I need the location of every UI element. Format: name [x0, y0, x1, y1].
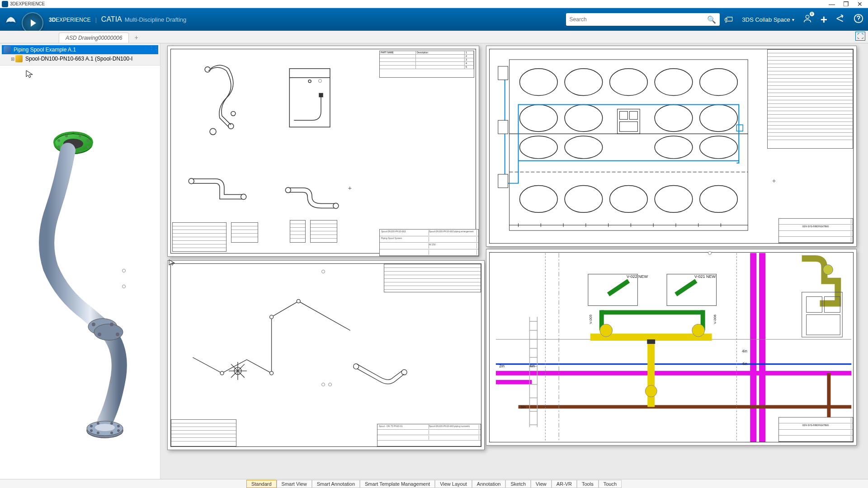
dim-4in-c: 4in [742, 361, 747, 366]
svg-point-22 [90, 425, 93, 427]
dim-4in-a: 4in [529, 364, 535, 368]
collab-space-dropdown[interactable]: 3DS Collab Space ▾ [742, 16, 794, 23]
svg-point-8 [86, 139, 89, 142]
ds-compass-icon[interactable] [5, 13, 17, 26]
document-tab[interactable]: ASD Drawing00000006 [59, 33, 129, 43]
svg-point-27 [110, 432, 113, 434]
dim-2in: 2in [499, 364, 505, 368]
user-icon[interactable]: 0 [802, 14, 812, 26]
expand-button[interactable]: ⛶ [855, 32, 865, 41]
dim-4in-b: 4in [742, 349, 747, 353]
tab-smart-view[interactable]: Smart View [277, 480, 312, 488]
svg-point-28 [97, 432, 99, 434]
svg-point-9 [86, 145, 89, 148]
tab-tools[interactable]: Tools [577, 480, 599, 488]
brand-subtitle: Multi-Discipline Drafting [125, 16, 187, 23]
bottom-toolbar: Standard Smart View Smart Annotation Sma… [0, 479, 868, 488]
drawing-sheet-2[interactable]: Spool - DN 75 PN10-01Spool-DN100-PN10-66… [167, 260, 485, 450]
add-icon[interactable]: + [821, 13, 827, 27]
title-block-1: Spool-DN100-PN10-663Spool-DN100-PN10-663… [379, 229, 479, 256]
tab-sketch[interactable]: Sketch [505, 480, 531, 488]
svg-point-18 [116, 333, 119, 336]
drawing-area[interactable]: + PART NAMEDescription1 2 3 4 5 [160, 43, 868, 479]
svg-point-6 [65, 135, 68, 137]
collab-space-label: 3DS Collab Space [742, 16, 790, 23]
v006-label: V-006 [713, 314, 717, 324]
left-panel: ⋮⋮ Piping Spool Example A.1 ⊞ Spool-DN10… [0, 43, 160, 479]
svg-point-23 [97, 422, 99, 425]
svg-point-21 [95, 424, 115, 431]
title-block-4: ODV-SYS-FIREFIGHTING [778, 417, 853, 442]
svg-point-16 [110, 323, 113, 326]
brand-3d: 3D [49, 17, 56, 23]
valve-label-2: V-021 NEW [694, 274, 716, 279]
brand-experience: EXPERIENCE [56, 17, 90, 23]
ds-logo-icon [2, 1, 8, 7]
svg-point-0 [806, 15, 809, 18]
tree: ⋮⋮ Piping Spool Example A.1 ⊞ Spool-DN10… [0, 43, 160, 66]
drawing-sheet-4[interactable]: V-022 NEW V-021 NEW V-005 V-006 V-011 2i… [486, 249, 857, 446]
window-title: 3DEXPERIENCE [10, 1, 45, 6]
tree-child-label: Spool-DN100-PN10-663 A.1 (Spool-DN100-I [24, 55, 133, 62]
brand-catia: CATIA [101, 15, 122, 23]
maximize-button[interactable]: ❐ [843, 0, 849, 8]
model-3d-view[interactable] [0, 66, 160, 479]
dim-3in: 3in [520, 405, 526, 409]
tab-annotation[interactable]: Annotation [472, 480, 506, 488]
tree-child-item[interactable]: ⊞ Spool-DN100-PN10-663 A.1 (Spool-DN100-… [9, 54, 158, 63]
svg-point-12 [57, 145, 60, 148]
tree-root-item[interactable]: Piping Spool Example A.1 [2, 45, 158, 54]
svg-point-14 [94, 324, 123, 340]
tree-root-label: Piping Spool Example A.1 [13, 46, 77, 53]
share-icon[interactable] [835, 14, 845, 26]
tab-touch[interactable]: Touch [599, 480, 622, 488]
part-icon [15, 55, 23, 62]
svg-point-29 [90, 429, 93, 432]
drawing-sheet-3[interactable]: + ODV-SYS-FIREFIGHTING [486, 46, 857, 247]
window-titlebar: 3DEXPERIENCE — ❐ ✕ [0, 0, 868, 8]
svg-point-5 [57, 139, 60, 142]
svg-point-25 [117, 425, 120, 427]
tab-view-layout[interactable]: View Layout [435, 480, 472, 488]
drawing-sheet-1[interactable]: + PART NAMEDescription1 2 3 4 5 [167, 46, 479, 257]
svg-point-17 [98, 333, 101, 336]
svg-point-26 [117, 429, 120, 432]
svg-point-24 [110, 422, 113, 425]
window-controls: — ❐ ✕ [829, 0, 866, 8]
tab-arvr[interactable]: AR-VR [552, 480, 577, 488]
valve-label-1: V-022 NEW [627, 274, 648, 279]
title-block-2: Spool - DN 75 PN10-01Spool-DN100-PN10-66… [377, 424, 481, 446]
search-input[interactable] [570, 16, 707, 23]
help-icon[interactable] [854, 14, 863, 26]
search-icon[interactable]: 🔍 [707, 15, 716, 24]
minimize-button[interactable]: — [829, 0, 835, 8]
close-button[interactable]: ✕ [857, 0, 863, 8]
v005-label: V-005 [589, 314, 593, 324]
svg-point-10 [79, 150, 81, 153]
header: 3DEXPERIENCE | CATIA Multi-Discipline Dr… [0, 8, 868, 31]
assembly-icon [4, 46, 11, 53]
title-block-3: ODV-SYS-FIREFIGHTING [778, 218, 853, 243]
tab-view[interactable]: View [531, 480, 552, 488]
brand-text: 3DEXPERIENCE | CATIA Multi-Discipline Dr… [49, 15, 186, 23]
tab-smart-annotation[interactable]: Smart Annotation [312, 480, 360, 488]
tabbar: ASD Drawing00000006 + ⛶ [0, 31, 868, 43]
svg-point-15 [92, 323, 95, 326]
tab-standard[interactable]: Standard [246, 480, 277, 488]
tag-icon[interactable]: 🏷 [724, 14, 733, 25]
search-box[interactable]: 🔍 [566, 13, 720, 26]
main-content: ⋮⋮ Piping Spool Example A.1 ⊞ Spool-DN10… [0, 43, 868, 479]
expand-icon[interactable]: ⊞ [11, 56, 14, 61]
svg-point-7 [79, 135, 81, 137]
tab-smart-template[interactable]: Smart Template Management [360, 480, 435, 488]
add-tab-button[interactable]: + [131, 32, 142, 43]
